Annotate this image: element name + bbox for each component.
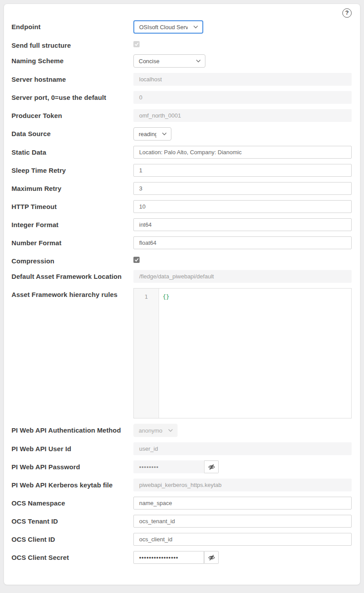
field-control-pi-web-api-password: [133, 460, 352, 473]
endpoint-select[interactable]: OSIsoft Cloud Services: [133, 20, 203, 34]
form-row-pi-web-api-authentication-method: PI Web API Authentication Methodanonymou…: [11, 424, 352, 437]
ocs-tenant-id-input[interactable]: [133, 515, 352, 528]
form-row-pi-web-api-password: PI Web API Password: [11, 460, 352, 473]
form-row-static-data: Static Data: [11, 146, 352, 159]
naming-scheme-select-value: Concise: [139, 58, 159, 65]
server-hostname-input: [133, 73, 352, 86]
form-row-ocs-client-secret: OCS Client Secret: [11, 551, 352, 564]
form-row-http-timeout: HTTP Timeout: [11, 200, 352, 213]
field-control-ocs-tenant-id: [133, 515, 352, 528]
field-control-sleep-time-retry: [133, 164, 352, 177]
editor-line-number: 1: [134, 289, 159, 418]
field-control-asset-framework-hierarchy-rules: 1{}: [133, 288, 352, 418]
ocs-client-id-input[interactable]: [133, 533, 352, 546]
field-control-data-source: readings: [133, 127, 352, 141]
card-header: ?: [11, 8, 352, 18]
form-row-integer-format: Integer Format: [11, 218, 352, 231]
endpoint-select-value: OSIsoft Cloud Services: [139, 24, 188, 30]
field-control-ocs-namespace: [133, 497, 352, 509]
form-row-asset-framework-hierarchy-rules: Asset Framework hierarchy rules1{}: [11, 288, 352, 418]
field-label-server-port: Server port, 0=use the default: [11, 91, 133, 103]
maximum-retry-input[interactable]: [133, 182, 352, 195]
editor-code-content: {}: [163, 293, 170, 300]
help-icon[interactable]: ?: [342, 8, 352, 18]
field-label-ocs-namespace: OCS Namespace: [11, 497, 133, 509]
field-label-naming-scheme: Naming Scheme: [11, 54, 133, 66]
form-row-number-format: Number Format: [11, 236, 352, 249]
eye-slash-icon: [208, 554, 215, 561]
default-asset-framework-location-input: [133, 270, 352, 283]
sleep-time-retry-input[interactable]: [133, 164, 352, 177]
pi-web-api-authentication-method-select: anonymous: [133, 424, 178, 437]
form-row-default-asset-framework-location: Default Asset Framework Location: [11, 270, 352, 283]
chevron-down-icon: [162, 131, 167, 137]
static-data-input[interactable]: [133, 146, 352, 159]
field-control-http-timeout: [133, 200, 352, 213]
form-row-ocs-client-id: OCS Client ID: [11, 533, 352, 546]
form-row-naming-scheme: Naming SchemeConcise: [11, 54, 352, 68]
field-control-naming-scheme: Concise: [133, 54, 352, 68]
form-row-pi-web-api-kerberos-keytab-file: PI Web API Kerberos keytab file: [11, 479, 352, 491]
integer-format-input[interactable]: [133, 218, 352, 231]
check-icon: [134, 42, 139, 47]
form-row-maximum-retry: Maximum Retry: [11, 182, 352, 195]
pi-web-api-password-toggle-visibility-button[interactable]: [204, 460, 219, 473]
form-row-sleep-time-retry: Sleep Time Retry: [11, 164, 352, 177]
eye-slash-icon: [208, 464, 215, 471]
field-control-number-format: [133, 236, 352, 249]
field-label-default-asset-framework-location: Default Asset Framework Location: [11, 270, 133, 282]
pi-web-api-password-password-input: [133, 460, 204, 473]
ocs-namespace-input[interactable]: [133, 497, 352, 509]
field-control-static-data: [133, 146, 352, 159]
asset-framework-hierarchy-rules-code-editor[interactable]: 1{}: [133, 288, 352, 418]
field-control-pi-web-api-authentication-method: anonymous: [133, 424, 352, 437]
field-control-maximum-retry: [133, 182, 352, 195]
naming-scheme-select[interactable]: Concise: [133, 54, 205, 68]
field-label-send-full-structure: Send full structure: [11, 39, 133, 51]
field-control-default-asset-framework-location: [133, 270, 352, 283]
ocs-client-secret-password-input[interactable]: [133, 551, 204, 564]
check-icon: [134, 258, 139, 262]
field-label-pi-web-api-user-id: PI Web API User Id: [11, 442, 133, 454]
form-row-send-full-structure: Send full structure: [11, 39, 352, 51]
producer-token-input: [133, 109, 352, 122]
field-label-asset-framework-hierarchy-rules: Asset Framework hierarchy rules: [11, 288, 133, 300]
field-control-integer-format: [133, 218, 352, 231]
field-label-data-source: Data Source: [11, 127, 133, 139]
field-control-pi-web-api-kerberos-keytab-file: [133, 479, 352, 491]
http-timeout-input[interactable]: [133, 200, 352, 213]
form-row-server-hostname: Server hostname: [11, 73, 352, 86]
editor-code-area[interactable]: {}: [159, 289, 351, 418]
field-label-sleep-time-retry: Sleep Time Retry: [11, 164, 133, 176]
data-source-select[interactable]: readings: [133, 127, 171, 141]
field-control-endpoint: OSIsoft Cloud Services: [133, 20, 352, 34]
field-control-server-hostname: [133, 73, 352, 86]
field-label-ocs-client-id: OCS Client ID: [11, 533, 133, 545]
config-form-card: ? EndpointOSIsoft Cloud ServicesSend ful…: [4, 4, 360, 585]
field-label-ocs-tenant-id: OCS Tenant ID: [11, 515, 133, 527]
form-row-producer-token: Producer Token: [11, 109, 352, 122]
compression-checkbox[interactable]: [133, 257, 140, 263]
chevron-down-icon: [196, 58, 201, 64]
chevron-down-icon: [168, 428, 173, 433]
form-row-ocs-tenant-id: OCS Tenant ID: [11, 515, 352, 528]
field-label-integer-format: Integer Format: [11, 218, 133, 230]
server-port-input: [133, 91, 352, 104]
ocs-client-secret-password-group: [133, 551, 219, 564]
form-row-server-port: Server port, 0=use the default: [11, 91, 352, 104]
pi-web-api-password-password-group: [133, 460, 219, 473]
field-label-ocs-client-secret: OCS Client Secret: [11, 551, 133, 563]
field-control-send-full-structure: [133, 39, 352, 49]
field-label-endpoint: Endpoint: [11, 20, 133, 32]
send-full-structure-checkbox: [133, 41, 140, 47]
number-format-input[interactable]: [133, 236, 352, 249]
field-control-compression: [133, 255, 352, 264]
pi-web-api-user-id-input: [133, 442, 352, 455]
field-label-http-timeout: HTTP Timeout: [11, 200, 133, 212]
field-label-static-data: Static Data: [11, 146, 133, 158]
ocs-client-secret-toggle-visibility-button[interactable]: [204, 551, 219, 564]
field-control-server-port: [133, 91, 352, 104]
pi-web-api-kerberos-keytab-file-input: [133, 479, 352, 491]
field-control-producer-token: [133, 109, 352, 122]
form-row-endpoint: EndpointOSIsoft Cloud Services: [11, 20, 352, 34]
